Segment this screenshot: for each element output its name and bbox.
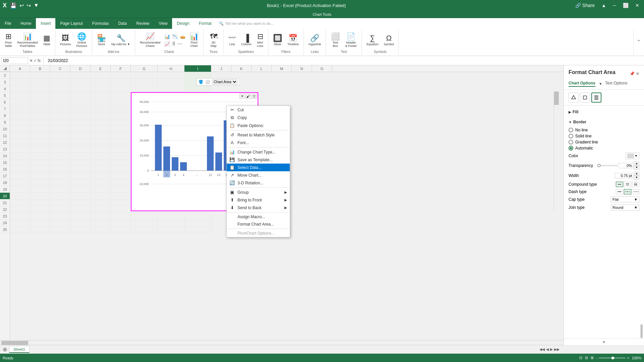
tab-data[interactable]: Data bbox=[114, 18, 131, 29]
row-num-15[interactable]: 15 bbox=[0, 159, 10, 166]
panel-icon-effects[interactable] bbox=[580, 93, 590, 103]
add-sheet-button[interactable]: ⊕ bbox=[1, 346, 8, 353]
row-num-24[interactable]: 24 bbox=[0, 220, 10, 226]
gradient-line-radio[interactable] bbox=[569, 140, 573, 144]
spin-up[interactable]: ▲ bbox=[634, 162, 639, 166]
ctx-save-template[interactable]: 💾 Save as Template... bbox=[227, 156, 290, 164]
row-num-18[interactable]: 18 bbox=[0, 179, 10, 186]
scrollbar-thumb[interactable] bbox=[554, 92, 559, 105]
col-header-l[interactable]: L bbox=[252, 65, 272, 72]
zoom-out-button[interactable]: - bbox=[596, 356, 598, 360]
width-spin-up[interactable]: ▲ bbox=[634, 172, 639, 176]
dash-solid-icon[interactable] bbox=[616, 189, 623, 194]
ctx-change-chart-type[interactable]: 📊 Change Chart Type... bbox=[227, 148, 290, 156]
ctx-3d-rotation[interactable]: 🔄 3-D Rotation... bbox=[227, 179, 290, 187]
col-header-h[interactable]: H bbox=[158, 65, 184, 72]
row-num-7[interactable]: 7 bbox=[0, 106, 10, 112]
tab-home[interactable]: Home bbox=[16, 18, 36, 29]
col-header-n[interactable]: N bbox=[292, 65, 312, 72]
zoom-level[interactable]: 100% bbox=[632, 356, 641, 360]
tab-insert[interactable]: Insert bbox=[36, 18, 55, 29]
symbol-button[interactable]: Ω Symbol bbox=[382, 33, 396, 47]
cell-d2[interactable] bbox=[70, 72, 91, 79]
color-picker-button[interactable]: ▼ bbox=[626, 153, 639, 159]
row-num-17[interactable]: 17 bbox=[0, 173, 10, 179]
row-num-19[interactable]: 19 bbox=[0, 186, 10, 193]
cell-e2[interactable] bbox=[91, 72, 111, 79]
cell-a2[interactable] bbox=[10, 72, 30, 79]
panel-icon-size[interactable] bbox=[591, 93, 601, 103]
row-num-22[interactable]: 22 bbox=[0, 206, 10, 213]
cell-g2[interactable] bbox=[131, 72, 158, 79]
transparency-input[interactable] bbox=[618, 163, 633, 168]
store-button[interactable]: 🏪 Store bbox=[95, 33, 108, 47]
chart-style-button[interactable]: ▽ bbox=[252, 94, 257, 99]
page-break-view-icon[interactable]: ⊞ bbox=[591, 356, 594, 360]
col-header-g[interactable]: G bbox=[131, 65, 158, 72]
sheet-scroll-right2[interactable]: ▶▶ bbox=[554, 347, 559, 352]
zoom-slider[interactable] bbox=[599, 357, 626, 359]
col-header-a[interactable]: A bbox=[10, 65, 30, 72]
hyperlink-button[interactable]: 🔗 Hyperlink bbox=[307, 33, 323, 47]
formula-input[interactable] bbox=[46, 58, 643, 63]
cell-b2[interactable] bbox=[30, 72, 50, 79]
minimize-button[interactable]: ─ bbox=[611, 2, 618, 9]
compound-single-icon[interactable] bbox=[616, 182, 623, 187]
spin-down[interactable]: ▼ bbox=[634, 166, 639, 170]
panel-scroll-down[interactable]: ▼ bbox=[564, 339, 644, 345]
row-num-23[interactable]: 23 bbox=[0, 213, 10, 220]
text-box-button[interactable]: ⬜ TextBox bbox=[329, 32, 342, 49]
scatter-chart-button[interactable]: ⠿ bbox=[171, 41, 176, 47]
pivot-table-button[interactable]: ⊞ PivotTable bbox=[3, 32, 14, 49]
win-loss-button[interactable]: ⊟ Win/Loss bbox=[255, 32, 265, 49]
equation-button[interactable]: ∑ Equation bbox=[365, 33, 381, 47]
save-icon[interactable]: 💾 bbox=[9, 2, 17, 9]
area-chart-button[interactable]: 📈 bbox=[164, 41, 171, 47]
cancel-formula-icon[interactable]: ✕ bbox=[30, 58, 33, 63]
row-num-20[interactable]: 20 bbox=[0, 193, 10, 199]
online-pictures-button[interactable]: 🌐 OnlinePictures bbox=[74, 32, 90, 49]
column-sparkline-button[interactable]: ▐ Column bbox=[239, 33, 254, 47]
border-section-header[interactable]: ▼ Border bbox=[569, 118, 639, 126]
sheet-scroll-right[interactable]: ▶ bbox=[550, 347, 553, 352]
bar-chart-button[interactable]: 📊 bbox=[164, 33, 171, 40]
row-num-4[interactable]: 4 bbox=[0, 85, 10, 92]
pictures-button[interactable]: 🖼 Pictures bbox=[58, 33, 73, 47]
line-chart-button[interactable]: 📉 bbox=[171, 33, 178, 40]
width-spin-down[interactable]: ▼ bbox=[634, 176, 639, 180]
close-button[interactable]: ✕ bbox=[633, 2, 641, 9]
row-num-12[interactable]: 12 bbox=[0, 139, 10, 146]
insert-function-icon[interactable]: fx bbox=[38, 58, 41, 63]
fill-section-header[interactable]: ▶ Fill bbox=[569, 108, 639, 116]
solid-line-radio[interactable] bbox=[569, 134, 573, 138]
select-all-button[interactable] bbox=[0, 65, 10, 71]
chart-add-button[interactable]: + bbox=[239, 94, 245, 99]
line-sparkline-button[interactable]: 〰 Line bbox=[226, 33, 238, 47]
tab-chart-options[interactable]: Chart Options bbox=[569, 81, 595, 87]
customize-icon[interactable]: ▼ bbox=[33, 2, 40, 9]
col-header-d[interactable]: D bbox=[70, 65, 91, 72]
col-header-i[interactable]: I bbox=[184, 65, 211, 72]
horizontal-scrollbar[interactable] bbox=[0, 340, 564, 345]
restore-button[interactable]: ⬜ bbox=[621, 2, 631, 9]
row-num-25[interactable]: 25 bbox=[0, 226, 10, 233]
ctx-select-data[interactable]: 📋 Select Data... bbox=[227, 164, 290, 171]
chart-filter-button[interactable]: 🖌 bbox=[246, 94, 251, 99]
chart-area-select[interactable]: Chart Area bbox=[212, 79, 237, 84]
sheet-tab-sheet1[interactable]: Sheet1 bbox=[9, 346, 30, 353]
outline-icon[interactable]: ⬜ bbox=[205, 80, 210, 84]
row-num-3[interactable]: 3 bbox=[0, 79, 10, 85]
compound-double-icon[interactable] bbox=[624, 182, 631, 187]
timeline-button[interactable]: 📅 Timeline bbox=[285, 33, 301, 47]
ctx-group[interactable]: ▣ Group ▶ bbox=[227, 188, 290, 196]
tab-view[interactable]: View bbox=[154, 18, 172, 29]
collapse-ribbon-button[interactable]: ⌃ bbox=[634, 29, 644, 55]
sheet-scroll-left2[interactable]: ◀ bbox=[546, 347, 549, 352]
tab-review[interactable]: Review bbox=[131, 18, 154, 29]
panel-close-icon[interactable]: ✕ bbox=[636, 71, 639, 76]
join-type-dropdown[interactable]: Round ▼ bbox=[611, 204, 639, 210]
cell-c2[interactable] bbox=[50, 72, 70, 79]
fill-icon[interactable]: 🪣 bbox=[199, 80, 203, 84]
sheet-scroll-left[interactable]: ◀◀ bbox=[539, 347, 545, 352]
row-num-16[interactable]: 16 bbox=[0, 166, 10, 173]
